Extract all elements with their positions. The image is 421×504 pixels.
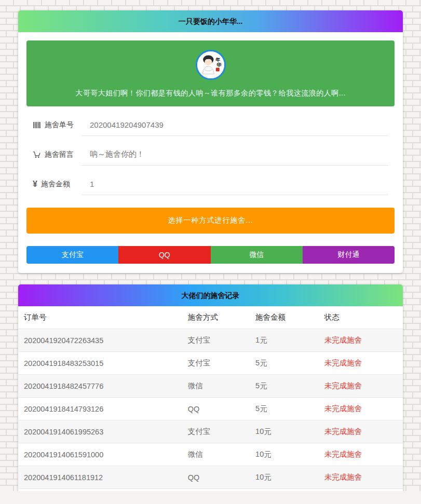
order-number-cell: 2020041914061591000 xyxy=(18,443,182,466)
method-cell: 支付宝 xyxy=(182,420,250,443)
pay-button-alipay[interactable]: 支付宝 xyxy=(26,246,118,264)
donation-card: 一只要饭的小年华... 年 华 大哥哥大姐们啊！ xyxy=(18,10,403,273)
amount-label: ¥ 施舍金额 xyxy=(33,180,82,195)
avatar: 年 华 xyxy=(196,50,226,80)
method-cell: QQ xyxy=(182,398,250,420)
beggar-message: 大哥哥大姐们啊！你们都是有钱的人呐～谁有那多余的零钱？给我这流浪的人啊... xyxy=(37,89,384,98)
amount-cell: 10元 xyxy=(250,466,319,489)
table-row: 2020041914061591000 微信 10元 未完成施舍 xyxy=(18,443,403,466)
status-cell: 未完成施舍 xyxy=(319,375,403,398)
order-number-cell: 2020041918414793126 xyxy=(18,398,182,420)
table-row: 2020041918414793126 QQ 5元 未完成施舍 xyxy=(18,398,403,420)
message-input[interactable] xyxy=(82,150,388,166)
table-row: 2020041914061181912 QQ 10元 未完成施舍 xyxy=(18,466,403,489)
amount-cell: 1元 xyxy=(250,329,319,352)
status-cell: 未完成施舍 xyxy=(319,420,403,443)
choose-method-button[interactable]: 选择一种方式进行施舍... xyxy=(26,208,395,234)
order-number-cell: 2020041914061181912 xyxy=(18,466,182,489)
records-table-body: 2020041920472263435 支付宝 1元 未完成施舍 2020041… xyxy=(18,329,403,504)
table-row: 2020041918483253015 支付宝 5元 未完成施舍 xyxy=(18,352,403,375)
amount-cell: 10元 xyxy=(250,443,319,466)
order-number-cell: 2020041920472263435 xyxy=(18,329,182,352)
pay-button-qq[interactable]: QQ xyxy=(118,246,210,264)
status-cell: 未完成施舍 xyxy=(319,443,403,466)
barcode-icon xyxy=(33,121,41,129)
amount-cell: 5元 xyxy=(250,398,319,420)
order-number-input[interactable] xyxy=(82,120,388,136)
cart-icon xyxy=(33,151,41,158)
records-card: 大佬们的施舍记录 订单号 施舍方式 施舍金额 状态 20200419204722… xyxy=(18,284,403,504)
method-cell: 支付宝 xyxy=(182,352,250,375)
table-row: 2020041918482457776 微信 5元 未完成施舍 xyxy=(18,375,403,398)
table-row: 2020041920472263435 支付宝 1元 未完成施舍 xyxy=(18,329,403,352)
donation-card-title: 一只要饭的小年华... xyxy=(18,10,403,32)
avatar-illustration: 年 华 xyxy=(197,51,224,78)
method-cell: 微信 xyxy=(182,443,250,466)
page-bottom-strip xyxy=(0,491,421,504)
header-status: 状态 xyxy=(319,306,403,329)
yuan-icon: ¥ xyxy=(33,181,37,188)
svg-text:华: 华 xyxy=(216,62,222,67)
amount-cell: 10元 xyxy=(250,420,319,443)
pay-button-tenpay[interactable]: 财付通 xyxy=(303,246,395,264)
order-number-cell: 2020041918483253015 xyxy=(18,352,182,375)
order-number-label: 施舍单号 xyxy=(33,120,82,136)
svg-text:年: 年 xyxy=(215,57,220,62)
status-cell: 未完成施舍 xyxy=(319,466,403,489)
order-number-cell: 2020041918482457776 xyxy=(18,375,182,398)
status-cell: 未完成施舍 xyxy=(319,398,403,420)
message-field-row: 施舍留言 xyxy=(33,150,388,166)
pay-button-wechat[interactable]: 微信 xyxy=(211,246,303,264)
page-content: 一只要饭的小年华... 年 华 大哥哥大姐们啊！ xyxy=(18,10,403,504)
method-cell: QQ xyxy=(182,466,250,489)
header-amount: 施舍金额 xyxy=(250,306,319,329)
message-label: 施舍留言 xyxy=(33,150,82,166)
order-number-field-row: 施舍单号 xyxy=(33,120,388,136)
header-order-number: 订单号 xyxy=(18,306,182,329)
amount-cell: 5元 xyxy=(250,375,319,398)
table-header-row: 订单号 施舍方式 施舍金额 状态 xyxy=(18,306,403,329)
beggar-banner: 年 华 大哥哥大姐们啊！你们都是有钱的人呐～谁有那多余的零钱？给我这流浪的人啊.… xyxy=(26,40,395,106)
method-cell: 微信 xyxy=(182,375,250,398)
method-cell: 支付宝 xyxy=(182,329,250,352)
amount-cell: 5元 xyxy=(250,352,319,375)
header-method: 施舍方式 xyxy=(182,306,250,329)
amount-input[interactable] xyxy=(82,180,388,195)
amount-field-row: ¥ 施舍金额 xyxy=(33,180,388,195)
donation-form: 施舍单号 施舍留言 xyxy=(26,120,395,195)
payment-method-group: 支付宝 QQ 微信 财付通 xyxy=(26,246,395,264)
donation-records-table: 订单号 施舍方式 施舍金额 状态 2020041920472263435 支付宝… xyxy=(18,306,403,504)
table-row: 2020041914061995263 支付宝 10元 未完成施舍 xyxy=(18,420,403,443)
status-cell: 未完成施舍 xyxy=(319,352,403,375)
records-card-title: 大佬们的施舍记录 xyxy=(18,284,403,306)
status-cell: 未完成施舍 xyxy=(319,329,403,352)
order-number-cell: 2020041914061995263 xyxy=(18,420,182,443)
